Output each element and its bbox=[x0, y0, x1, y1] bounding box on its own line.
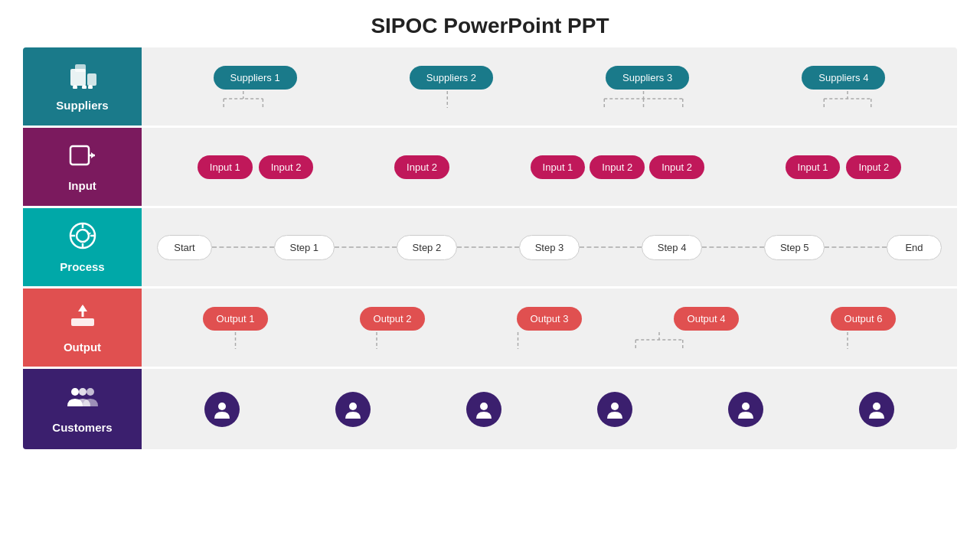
output-pill-3: Output 3 bbox=[517, 307, 583, 331]
input-pill-1-1: Input 1 bbox=[198, 155, 253, 179]
output-label-text: Output bbox=[64, 341, 101, 354]
process-icon bbox=[68, 221, 97, 256]
svg-marker-40 bbox=[78, 305, 87, 311]
customers-row: Customers bbox=[23, 369, 957, 449]
input-pill-3-3: Input 2 bbox=[649, 155, 704, 179]
process-step-3: Step 3 bbox=[519, 235, 580, 260]
customer-avatar-2 bbox=[335, 392, 371, 427]
input-row: Input Input 1 Input 2 Input 2 Input 1 In… bbox=[23, 128, 957, 208]
input-pill-2-1: Input 2 bbox=[394, 155, 449, 179]
input-pill-3-2: Input 2 bbox=[590, 155, 645, 179]
input-pill-4-2: Input 2 bbox=[846, 155, 901, 179]
output-row: Output Output 1 Output 2 Output 3 Output… bbox=[23, 289, 957, 369]
svg-point-59 bbox=[349, 403, 357, 410]
input-icon bbox=[69, 142, 96, 174]
process-content: Start Step 1 Step 2 Step 3 Step 4 Step 5… bbox=[142, 208, 957, 286]
svg-rect-1 bbox=[75, 64, 86, 72]
svg-point-55 bbox=[71, 388, 79, 396]
svg-rect-28 bbox=[70, 146, 89, 165]
suppliers-content: Suppliers 1 Suppliers 2 Suppliers 3 Supp… bbox=[142, 47, 957, 126]
supplier-connectors bbox=[157, 91, 942, 108]
output-label-panel: Output bbox=[23, 289, 142, 367]
sipoc-diagram: Suppliers Suppliers 1 Suppliers 2 Suppli… bbox=[23, 47, 957, 449]
svg-point-63 bbox=[873, 403, 880, 410]
input-content: Input 1 Input 2 Input 2 Input 1 Input 2 … bbox=[142, 128, 957, 206]
supplier-pill-2: Suppliers 2 bbox=[410, 66, 493, 90]
customer-avatar-4 bbox=[597, 392, 632, 427]
input-pill-3-1: Input 1 bbox=[531, 155, 586, 179]
customers-icon bbox=[66, 385, 100, 416]
input-pill-1-2: Input 2 bbox=[259, 155, 314, 179]
process-step-4: Step 4 bbox=[642, 235, 703, 260]
output-pill-4: Output 4 bbox=[674, 307, 740, 331]
customer-avatar-3 bbox=[466, 392, 501, 427]
process-step-5: Step 5 bbox=[764, 235, 825, 260]
svg-point-58 bbox=[218, 403, 226, 410]
process-step-start: Start bbox=[157, 235, 212, 260]
customers-content bbox=[142, 369, 957, 449]
output-pill-1: Output 1 bbox=[203, 307, 269, 331]
input-pill-4-1: Input 1 bbox=[786, 155, 841, 179]
process-step-end: End bbox=[887, 235, 942, 260]
suppliers-icon bbox=[67, 61, 98, 94]
customers-label-text: Customers bbox=[52, 421, 112, 434]
svg-point-62 bbox=[742, 403, 750, 410]
page-title: SIPOC PowerPoint PPT bbox=[0, 0, 980, 47]
supplier-pill-4: Suppliers 4 bbox=[802, 66, 885, 90]
input-label-text: Input bbox=[68, 179, 96, 192]
process-step-1: Step 1 bbox=[274, 235, 335, 260]
process-label-panel: Process bbox=[23, 208, 142, 286]
svg-marker-30 bbox=[91, 152, 95, 158]
process-step-2: Step 2 bbox=[397, 235, 458, 260]
input-label-panel: Input bbox=[23, 128, 142, 206]
suppliers-row: Suppliers Suppliers 1 Suppliers 2 Suppli… bbox=[23, 47, 957, 128]
svg-point-60 bbox=[480, 403, 488, 410]
customer-avatar-1 bbox=[204, 392, 240, 427]
svg-point-61 bbox=[611, 403, 619, 410]
customer-avatar-6 bbox=[859, 392, 894, 427]
process-label-text: Process bbox=[60, 260, 104, 273]
output-icon bbox=[68, 302, 97, 336]
svg-rect-38 bbox=[71, 318, 94, 326]
output-content: Output 1 Output 2 Output 3 Output 4 Outp… bbox=[142, 289, 957, 367]
supplier-pill-1: Suppliers 1 bbox=[214, 66, 297, 90]
customer-avatar-5 bbox=[728, 392, 763, 427]
suppliers-label-text: Suppliers bbox=[56, 99, 108, 112]
svg-rect-4 bbox=[87, 73, 96, 86]
process-row: Process Start Step 1 Step 2 Step 3 Step … bbox=[23, 208, 957, 289]
svg-point-57 bbox=[87, 388, 94, 396]
suppliers-label-panel: Suppliers bbox=[23, 47, 142, 126]
customers-label-panel: Customers bbox=[23, 369, 142, 449]
svg-point-56 bbox=[79, 388, 87, 396]
supplier-pill-3: Suppliers 3 bbox=[606, 66, 689, 90]
output-pill-5: Output 6 bbox=[831, 307, 897, 331]
output-connectors bbox=[157, 332, 942, 349]
output-pill-2: Output 2 bbox=[360, 307, 426, 331]
